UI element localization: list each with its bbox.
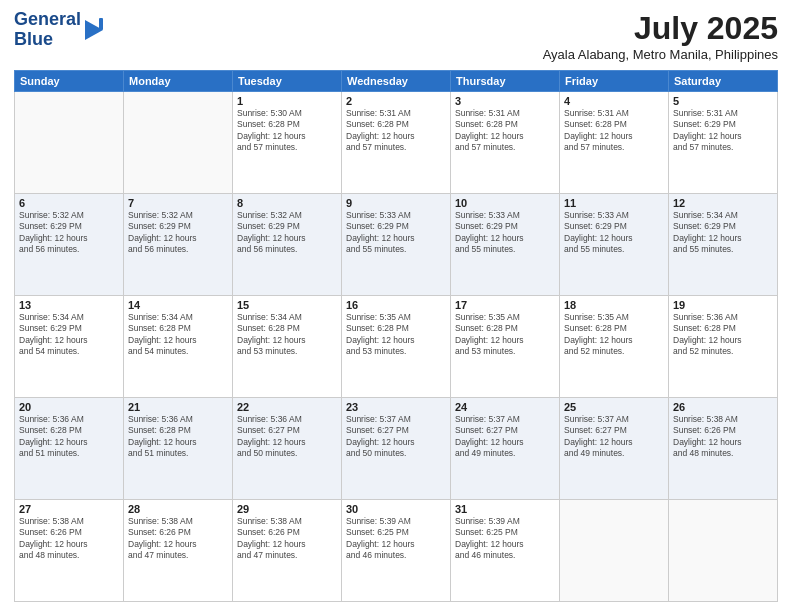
day-info: Sunrise: 5:36 AM Sunset: 6:28 PM Dayligh… bbox=[19, 414, 119, 460]
svg-rect-1 bbox=[99, 18, 103, 30]
calendar-cell: 24Sunrise: 5:37 AM Sunset: 6:27 PM Dayli… bbox=[451, 398, 560, 500]
calendar-week-row: 13Sunrise: 5:34 AM Sunset: 6:29 PM Dayli… bbox=[15, 296, 778, 398]
day-number: 5 bbox=[673, 95, 773, 107]
day-number: 21 bbox=[128, 401, 228, 413]
day-number: 3 bbox=[455, 95, 555, 107]
calendar-cell: 26Sunrise: 5:38 AM Sunset: 6:26 PM Dayli… bbox=[669, 398, 778, 500]
calendar-cell: 9Sunrise: 5:33 AM Sunset: 6:29 PM Daylig… bbox=[342, 194, 451, 296]
weekday-header: Wednesday bbox=[342, 71, 451, 92]
calendar-cell: 13Sunrise: 5:34 AM Sunset: 6:29 PM Dayli… bbox=[15, 296, 124, 398]
day-number: 26 bbox=[673, 401, 773, 413]
day-info: Sunrise: 5:34 AM Sunset: 6:29 PM Dayligh… bbox=[19, 312, 119, 358]
day-number: 25 bbox=[564, 401, 664, 413]
weekday-header: Friday bbox=[560, 71, 669, 92]
day-number: 11 bbox=[564, 197, 664, 209]
calendar-cell: 19Sunrise: 5:36 AM Sunset: 6:28 PM Dayli… bbox=[669, 296, 778, 398]
calendar-cell: 18Sunrise: 5:35 AM Sunset: 6:28 PM Dayli… bbox=[560, 296, 669, 398]
calendar-cell: 30Sunrise: 5:39 AM Sunset: 6:25 PM Dayli… bbox=[342, 500, 451, 602]
day-number: 14 bbox=[128, 299, 228, 311]
day-info: Sunrise: 5:36 AM Sunset: 6:27 PM Dayligh… bbox=[237, 414, 337, 460]
day-info: Sunrise: 5:37 AM Sunset: 6:27 PM Dayligh… bbox=[455, 414, 555, 460]
calendar-cell bbox=[15, 92, 124, 194]
calendar-cell: 12Sunrise: 5:34 AM Sunset: 6:29 PM Dayli… bbox=[669, 194, 778, 296]
header: General Blue July 2025 Ayala Alabang, Me… bbox=[14, 10, 778, 62]
day-info: Sunrise: 5:31 AM Sunset: 6:29 PM Dayligh… bbox=[673, 108, 773, 154]
day-number: 31 bbox=[455, 503, 555, 515]
day-info: Sunrise: 5:32 AM Sunset: 6:29 PM Dayligh… bbox=[237, 210, 337, 256]
day-number: 27 bbox=[19, 503, 119, 515]
day-info: Sunrise: 5:38 AM Sunset: 6:26 PM Dayligh… bbox=[128, 516, 228, 562]
calendar-cell: 3Sunrise: 5:31 AM Sunset: 6:28 PM Daylig… bbox=[451, 92, 560, 194]
calendar-cell: 21Sunrise: 5:36 AM Sunset: 6:28 PM Dayli… bbox=[124, 398, 233, 500]
day-number: 15 bbox=[237, 299, 337, 311]
location: Ayala Alabang, Metro Manila, Philippines bbox=[543, 47, 778, 62]
day-info: Sunrise: 5:34 AM Sunset: 6:28 PM Dayligh… bbox=[128, 312, 228, 358]
calendar-cell: 15Sunrise: 5:34 AM Sunset: 6:28 PM Dayli… bbox=[233, 296, 342, 398]
day-info: Sunrise: 5:33 AM Sunset: 6:29 PM Dayligh… bbox=[455, 210, 555, 256]
day-info: Sunrise: 5:36 AM Sunset: 6:28 PM Dayligh… bbox=[673, 312, 773, 358]
day-info: Sunrise: 5:39 AM Sunset: 6:25 PM Dayligh… bbox=[346, 516, 446, 562]
calendar-cell: 6Sunrise: 5:32 AM Sunset: 6:29 PM Daylig… bbox=[15, 194, 124, 296]
calendar-cell: 23Sunrise: 5:37 AM Sunset: 6:27 PM Dayli… bbox=[342, 398, 451, 500]
calendar-cell: 14Sunrise: 5:34 AM Sunset: 6:28 PM Dayli… bbox=[124, 296, 233, 398]
weekday-header: Sunday bbox=[15, 71, 124, 92]
day-info: Sunrise: 5:32 AM Sunset: 6:29 PM Dayligh… bbox=[19, 210, 119, 256]
calendar-cell bbox=[124, 92, 233, 194]
calendar-cell: 5Sunrise: 5:31 AM Sunset: 6:29 PM Daylig… bbox=[669, 92, 778, 194]
day-number: 13 bbox=[19, 299, 119, 311]
title-area: July 2025 Ayala Alabang, Metro Manila, P… bbox=[543, 10, 778, 62]
calendar-cell: 28Sunrise: 5:38 AM Sunset: 6:26 PM Dayli… bbox=[124, 500, 233, 602]
day-info: Sunrise: 5:30 AM Sunset: 6:28 PM Dayligh… bbox=[237, 108, 337, 154]
day-number: 2 bbox=[346, 95, 446, 107]
day-number: 24 bbox=[455, 401, 555, 413]
calendar-cell bbox=[560, 500, 669, 602]
day-info: Sunrise: 5:38 AM Sunset: 6:26 PM Dayligh… bbox=[237, 516, 337, 562]
day-info: Sunrise: 5:34 AM Sunset: 6:28 PM Dayligh… bbox=[237, 312, 337, 358]
day-info: Sunrise: 5:35 AM Sunset: 6:28 PM Dayligh… bbox=[455, 312, 555, 358]
calendar-cell: 27Sunrise: 5:38 AM Sunset: 6:26 PM Dayli… bbox=[15, 500, 124, 602]
calendar-week-row: 27Sunrise: 5:38 AM Sunset: 6:26 PM Dayli… bbox=[15, 500, 778, 602]
day-info: Sunrise: 5:37 AM Sunset: 6:27 PM Dayligh… bbox=[564, 414, 664, 460]
day-info: Sunrise: 5:39 AM Sunset: 6:25 PM Dayligh… bbox=[455, 516, 555, 562]
day-number: 4 bbox=[564, 95, 664, 107]
day-number: 22 bbox=[237, 401, 337, 413]
day-number: 17 bbox=[455, 299, 555, 311]
day-number: 12 bbox=[673, 197, 773, 209]
calendar-cell: 22Sunrise: 5:36 AM Sunset: 6:27 PM Dayli… bbox=[233, 398, 342, 500]
calendar-cell: 25Sunrise: 5:37 AM Sunset: 6:27 PM Dayli… bbox=[560, 398, 669, 500]
calendar-week-row: 1Sunrise: 5:30 AM Sunset: 6:28 PM Daylig… bbox=[15, 92, 778, 194]
day-number: 8 bbox=[237, 197, 337, 209]
day-info: Sunrise: 5:33 AM Sunset: 6:29 PM Dayligh… bbox=[346, 210, 446, 256]
day-number: 9 bbox=[346, 197, 446, 209]
calendar-cell: 10Sunrise: 5:33 AM Sunset: 6:29 PM Dayli… bbox=[451, 194, 560, 296]
calendar-week-row: 20Sunrise: 5:36 AM Sunset: 6:28 PM Dayli… bbox=[15, 398, 778, 500]
day-info: Sunrise: 5:38 AM Sunset: 6:26 PM Dayligh… bbox=[673, 414, 773, 460]
day-info: Sunrise: 5:33 AM Sunset: 6:29 PM Dayligh… bbox=[564, 210, 664, 256]
weekday-header: Monday bbox=[124, 71, 233, 92]
day-number: 23 bbox=[346, 401, 446, 413]
day-number: 19 bbox=[673, 299, 773, 311]
day-info: Sunrise: 5:31 AM Sunset: 6:28 PM Dayligh… bbox=[455, 108, 555, 154]
weekday-header: Thursday bbox=[451, 71, 560, 92]
calendar-week-row: 6Sunrise: 5:32 AM Sunset: 6:29 PM Daylig… bbox=[15, 194, 778, 296]
day-number: 10 bbox=[455, 197, 555, 209]
weekday-header-row: SundayMondayTuesdayWednesdayThursdayFrid… bbox=[15, 71, 778, 92]
day-info: Sunrise: 5:36 AM Sunset: 6:28 PM Dayligh… bbox=[128, 414, 228, 460]
page: General Blue July 2025 Ayala Alabang, Me… bbox=[0, 0, 792, 612]
day-number: 18 bbox=[564, 299, 664, 311]
calendar-table: SundayMondayTuesdayWednesdayThursdayFrid… bbox=[14, 70, 778, 602]
logo: General Blue bbox=[14, 10, 105, 50]
day-number: 6 bbox=[19, 197, 119, 209]
weekday-header: Saturday bbox=[669, 71, 778, 92]
calendar-body: 1Sunrise: 5:30 AM Sunset: 6:28 PM Daylig… bbox=[15, 92, 778, 602]
calendar-cell: 16Sunrise: 5:35 AM Sunset: 6:28 PM Dayli… bbox=[342, 296, 451, 398]
day-number: 7 bbox=[128, 197, 228, 209]
calendar-cell: 1Sunrise: 5:30 AM Sunset: 6:28 PM Daylig… bbox=[233, 92, 342, 194]
calendar-cell: 7Sunrise: 5:32 AM Sunset: 6:29 PM Daylig… bbox=[124, 194, 233, 296]
day-number: 28 bbox=[128, 503, 228, 515]
calendar-cell: 29Sunrise: 5:38 AM Sunset: 6:26 PM Dayli… bbox=[233, 500, 342, 602]
day-info: Sunrise: 5:32 AM Sunset: 6:29 PM Dayligh… bbox=[128, 210, 228, 256]
weekday-header: Tuesday bbox=[233, 71, 342, 92]
day-info: Sunrise: 5:31 AM Sunset: 6:28 PM Dayligh… bbox=[564, 108, 664, 154]
day-info: Sunrise: 5:38 AM Sunset: 6:26 PM Dayligh… bbox=[19, 516, 119, 562]
